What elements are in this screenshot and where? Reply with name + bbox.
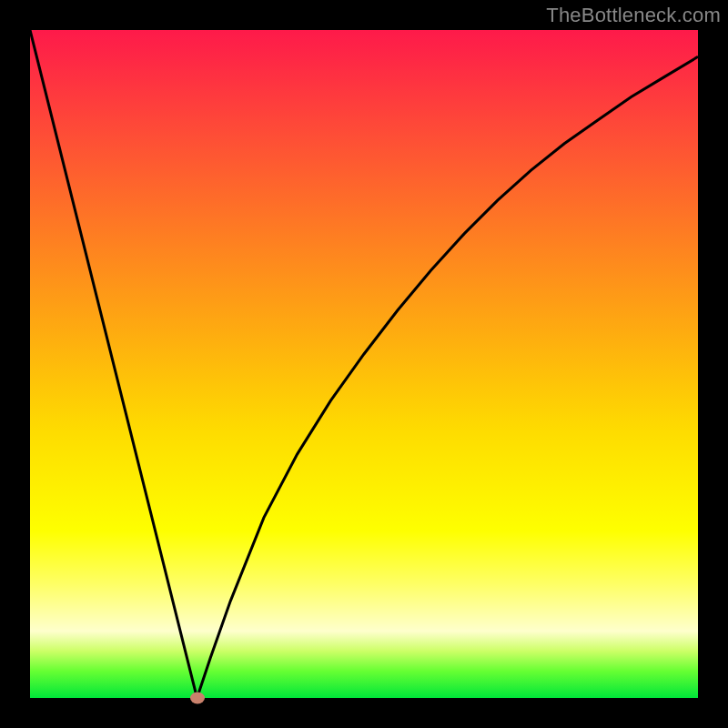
minimum-marker: [190, 693, 205, 704]
chart-frame: TheBottleneck.com: [0, 0, 728, 728]
curve-svg: [30, 30, 698, 698]
bottleneck-curve-path: [30, 30, 698, 698]
plot-area: [30, 30, 698, 698]
watermark-text: TheBottleneck.com: [546, 4, 721, 27]
